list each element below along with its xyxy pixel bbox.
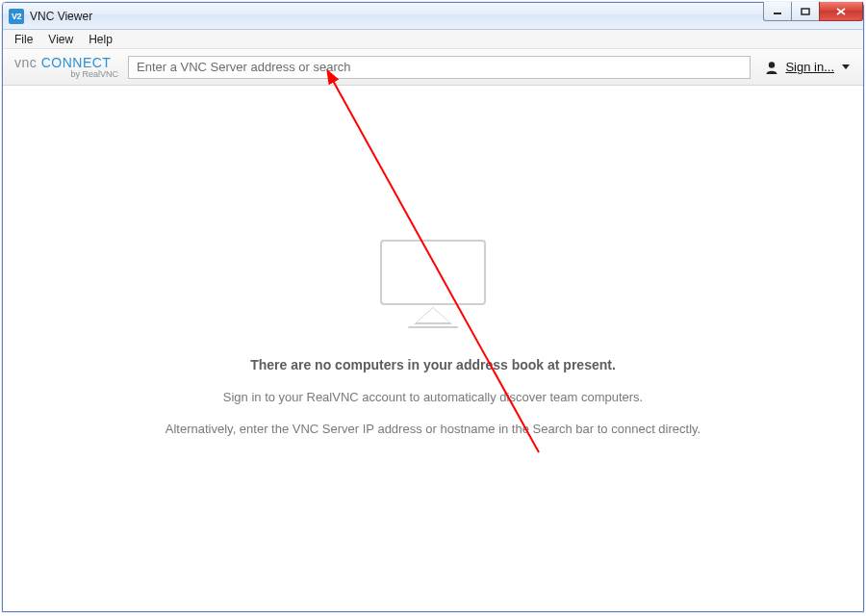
window-controls [764,2,863,21]
search-input[interactable] [128,56,751,79]
close-icon [835,7,847,16]
minimize-icon [773,8,782,15]
sign-in-button[interactable]: Sign in... [760,58,853,77]
monitor-icon [380,240,486,305]
maximize-button[interactable] [791,2,820,21]
menubar: File View Help [3,30,863,49]
empty-state-line-2: Alternatively, enter the VNC Server IP a… [166,422,700,436]
svg-rect-0 [774,13,781,14]
titlebar[interactable]: V2 VNC Viewer [3,3,863,30]
sign-in-label: Sign in... [785,60,834,74]
close-button[interactable] [819,2,863,21]
app-window: V2 VNC Viewer File View Help vnc connect [2,2,864,612]
chevron-down-icon [842,64,850,69]
brand-logo: vnc connect by RealVNC [14,56,118,79]
window-title: VNC Viewer [30,10,92,23]
menu-file[interactable]: File [7,31,40,48]
brand-text-connect: connect [41,55,112,70]
menu-view[interactable]: View [40,31,81,48]
user-icon [764,60,779,75]
empty-state-line-1: Sign in to your RealVNC account to autom… [223,390,643,404]
menu-help[interactable]: Help [81,31,120,48]
brand-byline: by RealVNC [14,70,118,79]
svg-point-4 [769,62,775,67]
brand-text-vnc: vnc [14,55,37,70]
toolbar: vnc connect by RealVNC Sign in... [3,49,863,86]
main-content: There are no computers in your address b… [3,86,863,611]
minimize-button[interactable] [763,2,792,21]
maximize-icon [801,8,810,15]
empty-state-heading: There are no computers in your address b… [250,357,616,372]
svg-rect-1 [802,9,809,14]
app-icon: V2 [9,9,24,24]
